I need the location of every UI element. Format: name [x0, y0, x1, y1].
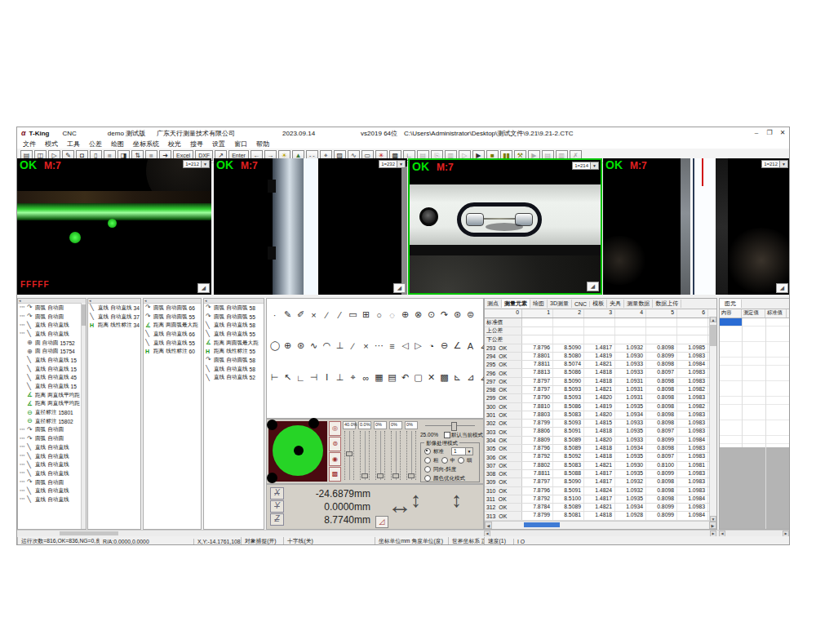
- measure-tool-icon[interactable]: ⊥: [335, 340, 344, 351]
- tolerance-row[interactable]: 上公差: [485, 327, 716, 336]
- table-row[interactable]: 309 OK 7.8797 8.5090 1.4817 1.0932 0.809…: [485, 478, 716, 486]
- chevron-down-icon[interactable]: ▼: [397, 160, 406, 168]
- radio-icon[interactable]: [424, 448, 431, 455]
- light-ring-segment-button[interactable]: ▩: [329, 467, 341, 482]
- slider-thumb[interactable]: [392, 473, 399, 478]
- master-slider-thumb[interactable]: [451, 422, 457, 431]
- list-item[interactable]: *** 直线 自动直线: [18, 452, 86, 461]
- table-row[interactable]: 304 OK 7.8809 8.5089 1.4820 1.0933 0.809…: [485, 437, 716, 445]
- measure-tool-icon[interactable]: ·: [270, 310, 279, 320]
- list-item[interactable]: 直线 自动直线 52: [204, 374, 264, 383]
- scroll-up-icon[interactable]: ▲: [710, 317, 716, 322]
- measure-tool-icon[interactable]: ↷: [440, 309, 449, 320]
- list-item[interactable]: 圆 自动圆 15754: [18, 347, 86, 356]
- list-item[interactable]: *** 直线 自动直线: [18, 330, 86, 339]
- menu-item[interactable]: 工具: [67, 140, 80, 149]
- menu-item[interactable]: 绘图: [111, 140, 124, 149]
- table-row[interactable]: 313 OK 7.8799 8.5081 1.4818 1.0928 0.809…: [485, 512, 716, 520]
- radio-icon[interactable]: [458, 457, 464, 464]
- resize-grip-icon[interactable]: ◢: [776, 283, 788, 293]
- measure-tool-icon[interactable]: ≡: [388, 341, 397, 351]
- elements-body[interactable]: [720, 318, 790, 529]
- table-tab[interactable]: 3D测量: [548, 300, 572, 308]
- measure-tool-icon[interactable]: ▦: [375, 372, 384, 383]
- list-item[interactable]: *** 直线 自动直线: [18, 495, 86, 504]
- measure-tool-icon[interactable]: ⊜: [466, 309, 475, 320]
- table-row[interactable]: 311 OK 7.8792 8.5100 1.4817 1.0935 0.809…: [485, 495, 716, 504]
- measure-tool-icon[interactable]: ∟: [296, 373, 305, 383]
- table-row[interactable]: 308 OK 7.8811 8.5088 1.4817 1.0935 0.809…: [485, 470, 716, 478]
- measure-tool-icon[interactable]: ◠: [322, 340, 331, 351]
- list-item[interactable]: 距离 线性标注 60: [144, 347, 201, 356]
- slider-thumb[interactable]: [346, 451, 353, 456]
- menu-item[interactable]: 校光: [168, 140, 181, 149]
- table-row[interactable]: 297 OK 7.8797 8.5090 1.4818 1.0931 0.809…: [485, 378, 716, 386]
- list-item[interactable]: 直线 自动直线 15: [18, 382, 86, 391]
- minimize-button[interactable]: –: [750, 128, 763, 138]
- measure-tool-icon[interactable]: ✎: [283, 309, 292, 320]
- measure-tool-icon[interactable]: ⌖: [348, 372, 357, 383]
- slider-track[interactable]: [391, 431, 401, 480]
- measure-tool-icon[interactable]: ∕: [322, 310, 331, 320]
- measure-tool-icon[interactable]: ▷: [414, 340, 423, 351]
- measure-tool-icon[interactable]: ▤: [388, 372, 397, 383]
- light-ring-segment-button[interactable]: ◎: [329, 421, 341, 436]
- measure-tool-icon[interactable]: ⊿: [466, 372, 475, 383]
- menu-item[interactable]: 文件: [23, 140, 36, 149]
- table-tab[interactable]: 测量元素: [502, 300, 530, 308]
- measure-tool-icon[interactable]: ⊾: [453, 372, 462, 383]
- menu-item[interactable]: 坐标系统: [133, 140, 159, 149]
- measure-tool-icon[interactable]: ⊣: [309, 372, 318, 383]
- measure-tool-icon[interactable]: ∿: [309, 340, 318, 351]
- list-item[interactable]: 距离 两圆弧最大距: [144, 321, 201, 330]
- measure-tool-icon[interactable]: ▩: [440, 372, 449, 383]
- elements-tab[interactable]: 图元: [720, 300, 742, 308]
- slider-track[interactable]: [406, 431, 416, 480]
- light-channel-slider[interactable]: 0.0%: [358, 421, 371, 482]
- measure-tool-icon[interactable]: ↖: [283, 372, 292, 383]
- table-row[interactable]: 303 OK 7.8806 8.5091 1.4818 1.0935 0.809…: [485, 428, 716, 436]
- table-row[interactable]: 294 OK 7.8801 8.5080 1.4819 1.0930 0.809…: [485, 353, 716, 361]
- angle-jog-button[interactable]: ◿: [375, 516, 388, 528]
- jog-horizontal-arrows-icon[interactable]: ↔: [388, 491, 412, 519]
- measure-tool-icon[interactable]: ∠: [453, 340, 462, 351]
- list-item[interactable]: 圆弧 自动圆弧 55: [204, 313, 264, 322]
- measure-tool-icon[interactable]: ✐: [296, 309, 305, 320]
- table-tab[interactable]: 绘图: [530, 300, 548, 308]
- hscroll-thumb[interactable]: [60, 531, 118, 535]
- list-vscrollbar[interactable]: [81, 303, 86, 529]
- measure-tool-icon[interactable]: ⊥: [335, 372, 344, 383]
- camera-view-3-active[interactable]: OK M:7 1=214 ▼ ◢: [408, 158, 602, 295]
- table-row[interactable]: 302 OK 7.8799 8.5093 1.4815 1.0933 0.809…: [485, 420, 716, 428]
- list-item[interactable]: 直线 自动直线 15: [18, 365, 86, 374]
- chevron-down-icon[interactable]: ▼: [591, 162, 599, 170]
- measure-tool-icon[interactable]: ⊞: [361, 309, 370, 320]
- measure-tool-icon[interactable]: ×: [361, 341, 370, 351]
- measure-tool-icon[interactable]: ▭: [348, 309, 357, 320]
- light-ring-segment-button[interactable]: ⊚: [329, 437, 341, 451]
- list-item[interactable]: 直径标注 15802: [18, 417, 86, 426]
- menu-item[interactable]: 帮助: [256, 140, 269, 149]
- table-tab[interactable]: 数据上传: [653, 300, 681, 308]
- measure-tool-icon[interactable]: ⊖: [440, 340, 449, 351]
- list-item[interactable]: 圆弧 自动圆弧 66: [144, 304, 201, 313]
- light-channel-slider[interactable]: 0%: [389, 421, 402, 482]
- menu-item[interactable]: 窗口: [234, 140, 247, 149]
- list-item[interactable]: 直线 自动直线 45: [18, 374, 86, 383]
- camera1-zoom-select[interactable]: 1=212 ▼: [183, 160, 210, 168]
- measure-tool-icon[interactable]: ◔: [427, 341, 436, 351]
- radio-icon[interactable]: [424, 466, 431, 473]
- list-item[interactable]: 圆弧 自动圆弧 55: [144, 313, 201, 322]
- camera-view-1[interactable]: OK M:7 1=212 ▼ FFFFF ◢: [17, 158, 211, 295]
- close-button[interactable]: ✕: [776, 128, 789, 138]
- list-item[interactable]: 直径标注 15801: [18, 408, 86, 417]
- list-item[interactable]: *** 圆弧 自动圆: [18, 434, 86, 443]
- hscroll-thumb[interactable]: [524, 522, 560, 527]
- slider-thumb[interactable]: [377, 473, 384, 478]
- jog-vertical-arrows-icon[interactable]: ↕: [410, 487, 421, 513]
- measure-tool-icon[interactable]: ⊛: [296, 340, 305, 351]
- list-item[interactable]: *** 直线 自动直线: [18, 443, 86, 452]
- list-item[interactable]: *** 直线 自动直线: [18, 460, 86, 469]
- measure-tool-icon[interactable]: ⊛: [453, 309, 462, 320]
- list-item[interactable]: 直线 自动直线 58: [204, 321, 264, 330]
